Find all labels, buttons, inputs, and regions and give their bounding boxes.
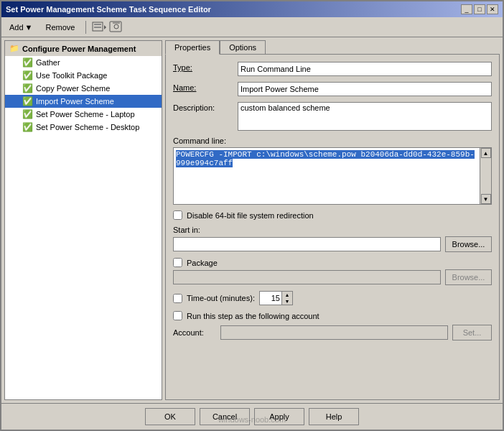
toolbar-separator-1 [85,21,86,34]
check-icon-copy: ✅ [22,83,33,93]
package-checkbox-row: Package [173,258,492,267]
account-input[interactable] [220,325,448,340]
package-input[interactable] [173,270,441,284]
check-icon-gather: ✅ [22,57,33,68]
sidebar-label-copy: Copy Power Scheme [36,84,110,93]
sidebar-header-text: Configure Power Management [22,45,136,53]
ok-button[interactable]: OK [145,408,195,425]
account-label: Account: [173,328,216,337]
check-icon-toolkit: ✅ [22,70,33,80]
start-in-label: Start in: [173,226,492,234]
timeout-spinner-wrapper: ▲ ▼ [259,291,293,305]
folder-icon: 📁 [9,44,19,53]
svg-rect-1 [94,24,101,25]
name-input[interactable] [238,82,492,96]
tab-options-label: Options [229,43,256,52]
tab-properties[interactable]: Properties [165,40,220,55]
svg-rect-2 [94,27,101,28]
main-window: Set Power Management Scheme Task Sequenc… [0,0,504,431]
toolbar-icon-1 [92,21,106,34]
sidebar-item-copy-power[interactable]: ✅ Copy Power Scheme [5,82,162,95]
scroll-down-btn[interactable]: ▼ [481,194,491,204]
title-bar-buttons: _ □ ✕ [461,4,498,14]
sidebar-header: 📁 Configure Power Management [5,41,162,56]
add-button[interactable]: Add ▼ [4,21,37,34]
apply-button[interactable]: Apply [254,408,304,425]
check-icon-desktop: ✅ [22,122,33,132]
description-label: Description: [173,102,238,112]
minimize-button[interactable]: _ [461,4,472,14]
disable64-label: Disable 64-bit file system redirection [187,211,314,220]
timeout-input[interactable] [260,292,281,305]
toolbar: Add ▼ Remove [1,17,503,37]
type-input[interactable] [238,62,492,76]
sidebar-label-gather: Gather [36,58,60,67]
start-in-row: Browse... [173,236,492,252]
spinner-down-button[interactable]: ▼ [282,298,292,305]
timeout-row: Time-out (minutes): ▲ ▼ [173,291,492,305]
footer: OK Cancel Apply Help windows-noob.com [1,403,503,430]
title-bar: Set Power Management Scheme Task Sequenc… [1,1,503,17]
cancel-button[interactable]: Cancel [200,408,250,425]
help-button[interactable]: Help [309,408,359,425]
sidebar-label-import: Import Power Scheme [36,97,114,106]
description-input[interactable] [238,102,492,131]
sidebar-item-set-laptop[interactable]: ✅ Set Power Scheme - Laptop [5,108,162,121]
toolbar-icon-2 [109,21,123,34]
run-as-row: Run this step as the following account [173,311,492,320]
check-icon-import: ✅ [22,96,33,106]
close-button[interactable]: ✕ [487,4,498,14]
tab-content-properties: Type: Name: Description: Command line: [165,54,500,400]
scrollbar-right[interactable]: ▲ ▼ [480,148,491,204]
add-label: Add [9,23,24,32]
package-row: Browse... [173,269,492,285]
type-label: Type: [173,62,238,72]
set-button[interactable]: Set... [452,325,492,340]
sidebar-item-import-power[interactable]: ✅ Import Power Scheme [5,95,162,108]
spinner-buttons: ▲ ▼ [281,292,292,305]
description-row: Description: [173,102,492,131]
add-dropdown-icon: ▼ [25,23,33,32]
sidebar-label-toolkit: Use Toolkit Package [36,71,107,80]
check-icon-laptop: ✅ [22,109,33,119]
main-content: 📁 Configure Power Management ✅ Gather ✅ … [1,37,503,403]
package-label: Package [187,259,218,267]
right-panel: Properties Options Type: Name: [165,40,500,400]
command-wrapper: POWERCFG -IMPORT c:\windows\scheme.pow b… [173,147,492,205]
browse-package-button[interactable]: Browse... [445,269,492,285]
command-line-label: Command line: [173,136,492,145]
start-in-section: Start in: Browse... [173,226,492,252]
disable64-checkbox[interactable] [173,210,182,220]
sidebar-label-laptop: Set Power Scheme - Laptop [36,110,135,119]
timeout-label: Time-out (minutes): [187,294,255,302]
type-row: Type: [173,62,492,76]
maximize-button[interactable]: □ [474,4,485,14]
remove-label: Remove [45,23,75,32]
browse-start-in-button[interactable]: Browse... [445,236,492,252]
spinner-up-button[interactable]: ▲ [282,292,292,298]
sidebar-label-desktop: Set Power Scheme - Desktop [36,123,139,131]
sidebar-item-set-desktop[interactable]: ✅ Set Power Scheme - Desktop [5,121,162,134]
timeout-checkbox[interactable] [173,294,182,303]
run-as-checkbox[interactable] [173,311,182,320]
remove-button[interactable]: Remove [40,21,80,34]
sidebar: 📁 Configure Power Management ✅ Gather ✅ … [4,40,162,400]
tab-options[interactable]: Options [220,40,266,54]
tab-bar: Properties Options [165,40,500,54]
tab-properties-label: Properties [174,43,210,52]
package-section: Package Browse... [173,258,492,285]
start-in-input[interactable] [173,237,441,251]
svg-point-5 [114,24,118,29]
sidebar-item-gather[interactable]: ✅ Gather [5,56,162,69]
disable64-row: Disable 64-bit file system redirection [173,210,492,220]
scroll-up-btn[interactable]: ▲ [481,148,491,158]
command-section: Command line: POWERCFG -IMPORT c:\window… [173,136,492,205]
account-row: Account: Set... [173,325,492,340]
command-input[interactable] [174,148,480,204]
sidebar-item-use-toolkit[interactable]: ✅ Use Toolkit Package [5,69,162,82]
name-label: Name: [173,82,238,92]
name-row: Name: [173,82,492,96]
package-checkbox[interactable] [173,258,182,267]
window-title: Set Power Management Scheme Task Sequenc… [6,5,211,14]
svg-marker-3 [104,25,106,29]
